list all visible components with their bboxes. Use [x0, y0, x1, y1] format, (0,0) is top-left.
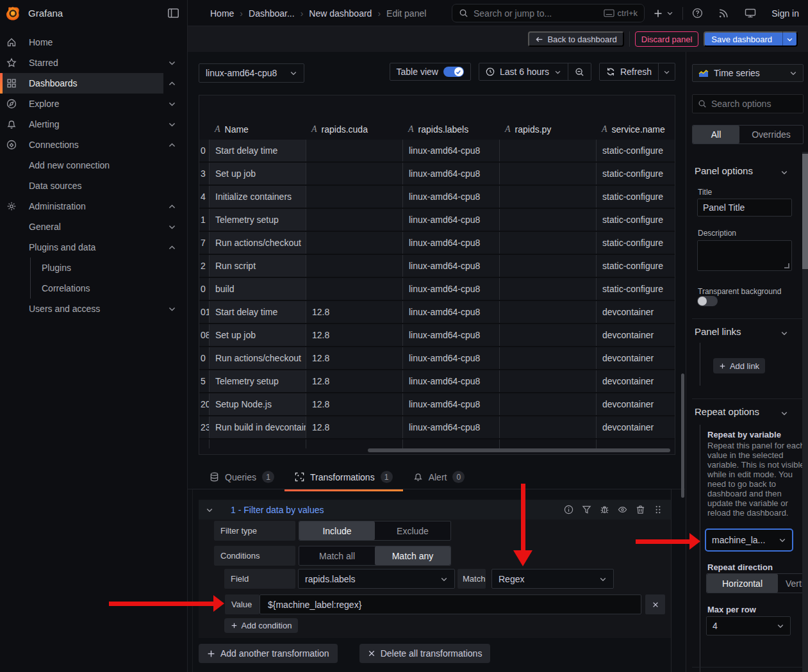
sidebar-item-starred[interactable]: Starred: [0, 53, 187, 73]
refresh-button[interactable]: Refresh: [600, 63, 658, 80]
table-row[interactable]: 0Start delay timelinux-amd64-cpu8static-…: [199, 140, 675, 163]
chevron-down-icon: [290, 69, 297, 77]
drag-handle-icon[interactable]: [654, 505, 663, 514]
horizontal-scrollbar[interactable]: [368, 448, 670, 452]
help-icon[interactable]: [692, 8, 703, 19]
table-row[interactable]: 5Telemetry setup12.8linux-amd64-cpu8devc…: [199, 370, 675, 393]
table-view-toggle[interactable]: [443, 67, 464, 77]
add-link-button[interactable]: Add link: [713, 358, 765, 373]
options-search-input[interactable]: Search options: [692, 94, 804, 113]
search-input[interactable]: Search or jump to... ctrl+k: [452, 4, 645, 22]
table-header-cell[interactable]: Arapids.labels: [402, 119, 499, 140]
save-dashboard-button[interactable]: Save dashboard: [704, 31, 798, 47]
sidebar-item-explore[interactable]: Explore: [0, 94, 187, 114]
tab-alert[interactable]: Alert 0: [403, 465, 475, 489]
tab-queries[interactable]: Queries 1: [199, 465, 284, 489]
sidebar-item-plugins-and-data[interactable]: Plugins and data: [0, 237, 187, 258]
filter-icon[interactable]: [582, 505, 591, 514]
sidebar-item-general[interactable]: General: [0, 217, 187, 237]
field-select[interactable]: rapids.labels: [298, 569, 455, 589]
table-row[interactable]: 0Run actions/checkout12.8linux-amd64-cpu…: [199, 347, 675, 370]
panel-variable-select[interactable]: linux-amd64-cpu8: [199, 63, 304, 83]
search-placeholder: Search or jump to...: [474, 8, 598, 19]
breadcrumb-home[interactable]: Home: [210, 8, 234, 19]
add-condition-button[interactable]: Add condition: [224, 618, 298, 633]
tab-all[interactable]: All: [693, 126, 739, 143]
transparent-background-toggle[interactable]: [697, 296, 718, 306]
news-icon[interactable]: [718, 8, 729, 19]
table-row[interactable]: 01Start delay time12.8linux-amd64-cpu8de…: [199, 301, 675, 324]
exclude-option[interactable]: Exclude: [375, 521, 450, 540]
add-transformation-button[interactable]: Add another transformation: [199, 644, 338, 663]
value-input[interactable]: ${machine_label:regex}: [260, 594, 641, 614]
resize-handle[interactable]: [784, 263, 789, 268]
match-all-option[interactable]: Match all: [299, 546, 375, 565]
table-row[interactable]: 2Run scriptlinux-amd64-cpu8static-config…: [199, 255, 675, 278]
tab-transformations[interactable]: Transformations 1: [284, 465, 403, 489]
table-header-cell[interactable]: Arapids.py: [499, 119, 596, 140]
breadcrumb-dashboards[interactable]: Dashboar...: [249, 8, 295, 19]
table-row[interactable]: 0buildlinux-amd64-cpu8static-configure: [199, 278, 675, 301]
cell-rapids-py: [499, 370, 596, 392]
save-options-caret[interactable]: [782, 31, 796, 47]
refresh-interval-caret[interactable]: [659, 63, 675, 80]
sidebar-item-connections[interactable]: Connections: [0, 135, 187, 155]
panel-title-input[interactable]: Panel Title: [697, 199, 792, 217]
eye-icon[interactable]: [618, 505, 627, 514]
table-header-cell[interactable]: Aservice.name: [596, 119, 675, 140]
info-icon[interactable]: [564, 505, 573, 514]
match-any-option[interactable]: Match any: [375, 546, 450, 565]
chevron-down-icon: [777, 622, 784, 630]
include-option[interactable]: Include: [299, 521, 375, 540]
field-type-icon: A: [311, 124, 317, 135]
repeat-variable-select[interactable]: machine_la...: [705, 529, 793, 552]
sidebar-item-administration[interactable]: Administration: [0, 196, 187, 217]
transformation-title[interactable]: 1 - Filter data by values: [231, 505, 324, 515]
panel-links-header[interactable]: Panel links: [695, 326, 741, 337]
table-header-cell[interactable]: Arapids.cuda: [306, 119, 402, 140]
transformation-actions: [564, 500, 663, 520]
sidebar-item-plugins[interactable]: Plugins: [0, 258, 187, 278]
tab-overrides[interactable]: Overrides: [739, 126, 803, 143]
field-label: Field: [224, 569, 295, 589]
match-select[interactable]: Regex: [491, 569, 614, 589]
clear-value-button[interactable]: [645, 594, 665, 614]
delete-all-transformations-button[interactable]: Delete all transformations: [359, 644, 491, 663]
sign-in-link[interactable]: Sign in: [771, 8, 799, 19]
bug-icon[interactable]: [600, 505, 609, 514]
main-scrollbar[interactable]: [681, 373, 684, 498]
table-row[interactable]: 23Run build in devcontainer12.8linux-amd…: [199, 416, 675, 439]
sidebar-item-data-sources[interactable]: Data sources: [0, 176, 187, 196]
sidebar-item-dashboards[interactable]: Dashboards: [0, 73, 187, 94]
sidebar-item-alerting[interactable]: Alerting: [0, 114, 187, 135]
sidebar-item-users-and-access[interactable]: Users and access: [0, 299, 187, 319]
repeat-options-header[interactable]: Repeat options: [695, 406, 759, 417]
description-textarea[interactable]: [697, 240, 792, 271]
max-per-row-select[interactable]: 4: [706, 616, 791, 635]
sidebar-toggle-icon[interactable]: [167, 7, 179, 19]
options-scrollbar-thumb[interactable]: [802, 154, 808, 269]
horizontal-option[interactable]: Horizontal: [707, 574, 778, 593]
breadcrumb-new-dashboard[interactable]: New dashboard: [309, 8, 372, 19]
back-to-dashboard-button[interactable]: Back to dashboard: [528, 31, 623, 47]
transformation-card-header[interactable]: 1 - Filter data by values: [199, 500, 671, 520]
table-row[interactable]: 1Telemetry setuplinux-amd64-cpu8static-c…: [199, 209, 675, 232]
visualization-select[interactable]: Time series: [692, 64, 804, 82]
table-row[interactable]: 3Set up joblinux-amd64-cpu8static-config…: [199, 163, 675, 186]
cell-service-name: static-configure: [596, 209, 675, 231]
trash-icon[interactable]: [636, 505, 645, 514]
add-button[interactable]: [653, 8, 673, 19]
discard-panel-button[interactable]: Discard panel: [635, 31, 699, 47]
sidebar-item-correlations[interactable]: Correlations: [0, 278, 187, 299]
time-range-button[interactable]: Last 6 hours: [479, 63, 568, 80]
panel-options-header[interactable]: Panel options: [695, 165, 753, 176]
table-row[interactable]: 08Set up job12.8linux-amd64-cpu8devconta…: [199, 324, 675, 347]
sidebar-item-home[interactable]: Home: [0, 32, 187, 53]
table-row[interactable]: 7Run actions/checkoutlinux-amd64-cpu8sta…: [199, 232, 675, 255]
sidebar-item-add-new-connection[interactable]: Add new connection: [0, 155, 187, 176]
table-row[interactable]: 4Initialize containerslinux-amd64-cpu8st…: [199, 186, 675, 209]
table-header-cell[interactable]: AName: [209, 119, 306, 140]
monitor-icon[interactable]: [745, 8, 756, 19]
table-row[interactable]: 20Setup Node.js12.8linux-amd64-cpu8devco…: [199, 393, 675, 416]
zoom-out-button[interactable]: [568, 63, 591, 80]
